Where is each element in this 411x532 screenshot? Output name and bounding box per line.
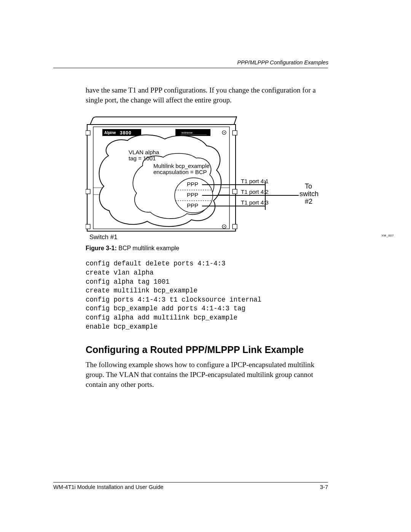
page: PPP/MLPPP Configuration Examples have th… — [0, 0, 411, 532]
svg-text:Alpine: Alpine — [104, 131, 116, 135]
switch-1-label: Switch #1 — [89, 233, 118, 241]
ppp-label-1: PPP — [187, 181, 198, 188]
svg-point-11 — [224, 226, 225, 227]
figure-number: Figure 3-1: — [86, 245, 117, 251]
to-switch-line3: #2 — [305, 198, 312, 206]
svg-rect-5 — [175, 129, 210, 136]
footer-rule — [53, 482, 328, 482]
svg-text:3800: 3800 — [120, 130, 132, 136]
t1-port-1-label: T1 port 4:1 — [241, 178, 269, 185]
footer-left: WM-4T1i Module Installation and User Gui… — [53, 484, 163, 490]
intro-paragraph: have the same T1 and PPP configurations.… — [86, 85, 328, 105]
svg-text:extreme: extreme — [182, 131, 193, 134]
figure-code: XM_007 — [381, 234, 394, 237]
multilink-label-line2: encapsulation = BCP — [153, 169, 207, 176]
svg-rect-13 — [86, 189, 90, 194]
ppp-label-3: PPP — [187, 202, 198, 209]
svg-rect-12 — [86, 131, 90, 135]
t1-port-2-label: T1 port 4:2 — [241, 189, 269, 195]
svg-rect-16 — [233, 189, 237, 194]
svg-rect-17 — [233, 224, 237, 229]
vlan-label-line2: tag = 1001 — [129, 155, 156, 162]
diagram-svg: Alpine 3800 extreme — [86, 114, 329, 240]
section-heading: Configuring a Routed PPP/MLPPP Link Exam… — [86, 344, 328, 355]
ppp-label-2: PPP — [187, 192, 198, 198]
figure-caption-text: BCP multilink example — [118, 245, 179, 251]
footer-right: 3-7 — [320, 484, 328, 490]
running-head: PPP/MLPPP Configuration Examples — [237, 59, 328, 66]
svg-point-9 — [224, 132, 225, 133]
svg-rect-14 — [86, 224, 90, 229]
t1-port-3-label: T1 port 4:3 — [241, 199, 269, 206]
to-switch-line2: switch — [299, 190, 319, 198]
page-footer: WM-4T1i Module Installation and User Gui… — [53, 482, 328, 490]
svg-rect-15 — [233, 131, 237, 135]
figure-caption: Figure 3-1: BCP multilink example — [86, 245, 328, 252]
section-body: The following example shows how to confi… — [86, 360, 328, 389]
config-code-block: config default delete ports 4:1-4:3 crea… — [86, 259, 328, 331]
header-rule — [53, 68, 328, 68]
figure-bcp-multilink: Alpine 3800 extreme — [86, 114, 329, 243]
to-switch-line1: To — [305, 182, 312, 191]
